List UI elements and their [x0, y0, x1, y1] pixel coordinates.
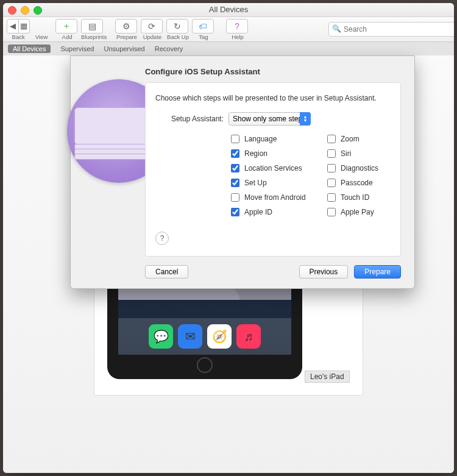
add-label: Add: [62, 34, 73, 40]
home-button-icon: [197, 357, 213, 373]
help-icon[interactable]: ?: [155, 232, 169, 245]
sheet-lead: Choose which steps will be presented to …: [155, 94, 391, 102]
search-input[interactable]: [328, 22, 454, 37]
prepare-submit-button[interactable]: Prepare: [354, 265, 401, 279]
blueprints-button[interactable]: ▤: [81, 19, 103, 34]
search-field: 🔍: [328, 22, 450, 37]
minimize-window-button[interactable]: [21, 6, 29, 15]
blueprints-label: Blueprints: [81, 34, 107, 40]
app-window: All Devices ◀ ▦ BackView ＋Add ▤Blueprint…: [3, 3, 454, 473]
setup-assistant-select[interactable]: Show only some steps: [228, 112, 311, 126]
checkbox-passcode[interactable]: Passcode: [325, 177, 404, 189]
help-button[interactable]: ?: [226, 19, 248, 34]
back-label: Back: [12, 34, 25, 40]
setup-assistant-label: Setup Assistant:: [155, 115, 228, 123]
scope-bar: All Devices Supervised Unsupervised Reco…: [3, 42, 454, 56]
scope-unsupervised[interactable]: Unsupervised: [104, 45, 144, 52]
back-button[interactable]: ◀: [7, 19, 19, 34]
chevron-up-down-icon: ▲▼: [300, 112, 311, 126]
device-name-label[interactable]: Leo's iPad: [305, 371, 350, 383]
checkbox-move-from-android[interactable]: Move from Android: [228, 191, 320, 204]
backup-label: Back Up: [167, 34, 189, 40]
scope-recovery[interactable]: Recovery: [155, 45, 183, 52]
checkbox-set-up[interactable]: Set Up: [228, 177, 320, 189]
checkbox-touch-id[interactable]: Touch ID: [325, 191, 404, 204]
checkbox-language[interactable]: Language: [228, 133, 320, 145]
window-title: All Devices: [209, 5, 248, 14]
backup-button[interactable]: ↻: [166, 19, 188, 34]
checkbox-apple-pay[interactable]: Apple Pay: [325, 206, 404, 218]
view-button[interactable]: ▦: [19, 19, 30, 34]
configure-setup-assistant-sheet: Configure iOS Setup Assistant Choose whi…: [70, 55, 415, 289]
checkbox-zoom[interactable]: Zoom: [325, 133, 404, 145]
sheet-title: Configure iOS Setup Assistant: [145, 67, 401, 76]
checkbox-siri[interactable]: Siri: [325, 147, 404, 160]
titlebar: All Devices: [3, 3, 454, 17]
checkbox-diagnostics[interactable]: Diagnostics: [325, 162, 404, 174]
cancel-button[interactable]: Cancel: [145, 265, 188, 279]
checkbox-apple-id[interactable]: Apple ID: [228, 206, 320, 218]
help-label: Help: [232, 34, 244, 40]
search-icon: 🔍: [332, 24, 341, 33]
prepare-label: Prepare: [116, 34, 137, 40]
steps-checklist: Language Zoom Region Siri Location Servi…: [228, 133, 391, 218]
tag-label: Tag: [199, 34, 208, 40]
add-button[interactable]: ＋: [55, 19, 77, 34]
checkbox-region[interactable]: Region: [228, 147, 320, 160]
sheet-panel: Choose which steps will be presented to …: [145, 82, 401, 257]
toolbar: ◀ ▦ BackView ＋Add ▤Blueprints ⚙Prepare ⟳…: [3, 17, 454, 42]
previous-button[interactable]: Previous: [299, 265, 349, 279]
scope-all-devices[interactable]: All Devices: [8, 44, 51, 53]
zoom-window-button[interactable]: [34, 6, 42, 15]
tag-button[interactable]: 🏷: [192, 19, 214, 34]
scope-supervised[interactable]: Supervised: [60, 45, 94, 52]
prepare-button[interactable]: ⚙: [115, 19, 137, 34]
update-button[interactable]: ⟳: [141, 19, 163, 34]
close-window-button[interactable]: [8, 6, 16, 15]
view-label: View: [35, 34, 48, 40]
checkbox-location-services[interactable]: Location Services: [228, 162, 320, 174]
update-label: Update: [143, 34, 162, 40]
